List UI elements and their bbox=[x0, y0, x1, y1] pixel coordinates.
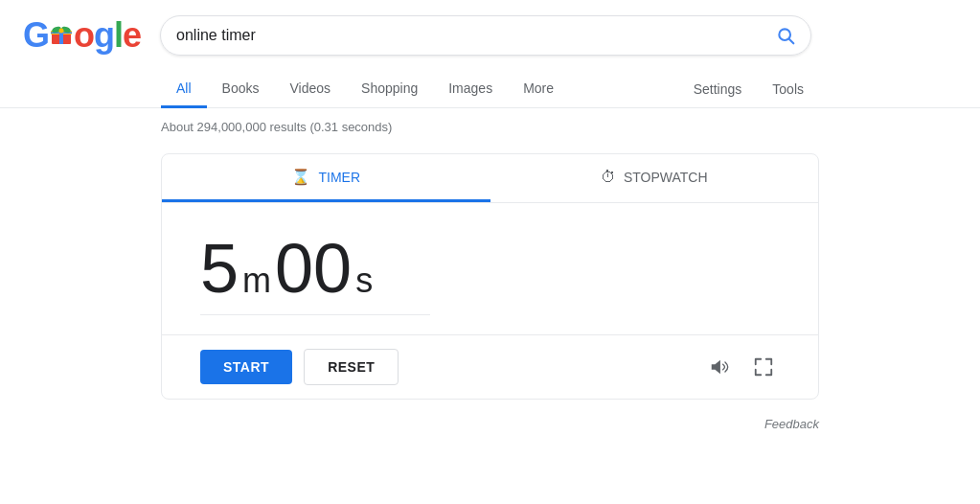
timer-seconds-unit: s bbox=[355, 261, 373, 301]
logo-letter-l: l bbox=[114, 15, 123, 56]
stopwatch-icon: ⏱ bbox=[601, 169, 616, 186]
google-logo[interactable]: G o g l e bbox=[23, 15, 141, 56]
timer-widget: ⌛ TIMER ⏱ STOPWATCH 5 m 00 s START RESET bbox=[161, 153, 819, 400]
nav-bar: All Books Videos Shopping Images More Se… bbox=[0, 71, 980, 108]
timer-time: 5 m 00 s bbox=[200, 234, 780, 303]
nav-settings[interactable]: Settings bbox=[678, 72, 758, 106]
volume-icon bbox=[709, 356, 730, 378]
nav-item-videos[interactable]: Videos bbox=[274, 71, 346, 108]
timer-controls: START RESET bbox=[162, 334, 818, 399]
svg-point-6 bbox=[59, 29, 64, 34]
nav-item-images[interactable]: Images bbox=[433, 71, 508, 108]
svg-marker-9 bbox=[712, 360, 720, 375]
widget-tabs: ⌛ TIMER ⏱ STOPWATCH bbox=[162, 154, 818, 203]
logo-letter-g2: g bbox=[94, 15, 114, 56]
search-icon bbox=[776, 26, 795, 45]
svg-line-8 bbox=[789, 39, 794, 44]
results-info: About 294,000,000 results (0.31 seconds) bbox=[0, 108, 980, 146]
tab-stopwatch[interactable]: ⏱ STOPWATCH bbox=[490, 154, 819, 202]
timer-seconds[interactable]: 00 bbox=[275, 234, 352, 303]
search-bar: online timer bbox=[160, 15, 811, 56]
tab-timer[interactable]: ⌛ TIMER bbox=[162, 154, 490, 202]
tab-stopwatch-label: STOPWATCH bbox=[624, 170, 708, 185]
search-input[interactable]: online timer bbox=[176, 27, 776, 44]
timer-display: 5 m 00 s bbox=[162, 203, 818, 334]
tab-timer-label: TIMER bbox=[318, 170, 360, 185]
timer-icon: ⌛ bbox=[291, 168, 310, 186]
fullscreen-icon bbox=[753, 356, 774, 378]
nav-item-books[interactable]: Books bbox=[207, 71, 275, 108]
timer-underline bbox=[200, 314, 430, 315]
search-button[interactable] bbox=[776, 26, 795, 45]
nav-item-more[interactable]: More bbox=[508, 71, 569, 108]
reset-button[interactable]: RESET bbox=[304, 349, 399, 385]
feedback-link[interactable]: Feedback bbox=[764, 417, 819, 431]
logo-gift-icon bbox=[49, 21, 74, 46]
volume-button[interactable] bbox=[703, 351, 736, 383]
fullscreen-button[interactable] bbox=[747, 351, 780, 383]
logo-letter-e: e bbox=[123, 15, 141, 56]
logo-letter-g: G bbox=[23, 15, 49, 56]
timer-minutes[interactable]: 5 bbox=[200, 234, 239, 303]
header: G o g l e online timer bbox=[0, 0, 980, 71]
logo-letter-o1: o bbox=[74, 15, 94, 56]
timer-minutes-unit: m bbox=[242, 261, 271, 301]
nav-item-all[interactable]: All bbox=[161, 71, 207, 108]
feedback-bar: Feedback bbox=[0, 407, 980, 440]
nav-item-shopping[interactable]: Shopping bbox=[346, 71, 433, 108]
start-button[interactable]: START bbox=[200, 350, 292, 384]
nav-tools[interactable]: Tools bbox=[757, 72, 819, 106]
